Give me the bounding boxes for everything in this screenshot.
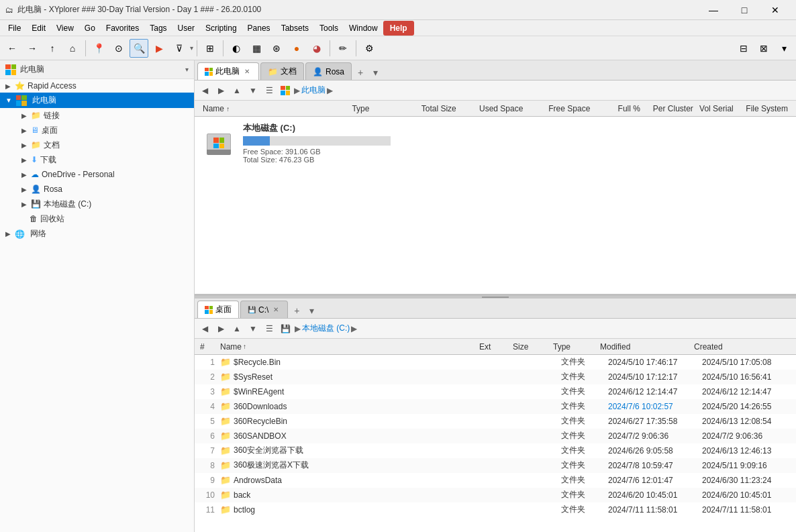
col-full-pct[interactable]: Full %	[615, 103, 650, 115]
chart-button[interactable]: ⊛	[267, 39, 286, 58]
filter-button[interactable]: ⊽	[170, 39, 189, 58]
top-tab-this-pc-close[interactable]: ✕	[242, 67, 252, 76]
col-ext-bottom[interactable]: Ext	[477, 342, 510, 352]
sidebar-item-recycle[interactable]: 🗑 回收站	[0, 211, 194, 226]
bottom-tab-c-close[interactable]: ✕	[271, 305, 281, 315]
pie-button[interactable]: ◕	[307, 39, 326, 58]
top-tab-dropdown-button[interactable]: ▾	[368, 65, 383, 80]
col-name[interactable]: Name ↑	[200, 103, 349, 115]
find-button[interactable]: 🔍	[130, 39, 148, 58]
bottom-tab-add-button[interactable]: +	[289, 303, 304, 318]
table-row[interactable]: 8 📁 360极速浏览器X下载 文件夹 2024/7/8 10:59:47 20…	[195, 458, 796, 473]
top-back-button[interactable]: ◀	[197, 83, 212, 98]
col-type-bottom[interactable]: Type	[550, 342, 597, 352]
top-tab-documents[interactable]: 📁 文档	[260, 62, 304, 80]
grid-button[interactable]: ▦	[247, 39, 266, 58]
table-row[interactable]: 5 📁 360RecycleBin 文件夹 2024/6/27 17:35:58…	[195, 414, 796, 429]
menu-window[interactable]: Window	[344, 22, 383, 34]
bottom-back-button[interactable]: ◀	[197, 321, 212, 336]
dropdown-arrow[interactable]: ▾	[775, 39, 793, 58]
top-forward-button[interactable]: ▶	[213, 83, 228, 98]
sidebar-item-onedrive[interactable]: ▶ ☁ OneDrive - Personal	[0, 167, 194, 182]
location-button[interactable]: 📍	[89, 39, 108, 58]
top-up-button[interactable]: ▲	[230, 83, 244, 98]
bottom-up-button[interactable]: ▲	[230, 321, 244, 336]
theme-button[interactable]: ◐	[227, 39, 246, 58]
table-row[interactable]: 1 📁 $Recycle.Bin 文件夹 2024/5/10 17:46:17 …	[195, 355, 796, 370]
copy-path-button[interactable]: ⊟	[734, 39, 753, 58]
pencil-button[interactable]: ✏	[334, 39, 352, 58]
top-tab-rosa[interactable]: 👤 Rosa	[305, 62, 352, 80]
menu-favorites[interactable]: Favorites	[101, 22, 144, 34]
menu-edit[interactable]: Edit	[26, 22, 51, 34]
dual-pane-button[interactable]: ⊞	[201, 39, 219, 58]
col-size-bottom[interactable]: Size	[510, 342, 550, 352]
sidebar-item-downloads[interactable]: ▶ ⬇ 下载	[0, 152, 194, 167]
settings-button[interactable]: ⚙	[360, 39, 379, 58]
col-used-space[interactable]: Used Space	[477, 103, 546, 115]
sidebar-item-rapid-access[interactable]: ▶ ⭐ Rapid Access	[0, 79, 194, 93]
top-nav-path-segment[interactable]: 此电脑	[301, 85, 326, 96]
table-row[interactable]: 10 📁 back 文件夹 2024/6/20 10:45:01 2024/6/…	[195, 488, 796, 502]
table-row[interactable]: 4 📁 360Downloads 文件夹 2024/7/6 10:02:57 2…	[195, 399, 796, 414]
col-modified-bottom[interactable]: Modified	[597, 342, 691, 352]
info-button[interactable]: ⊠	[754, 39, 773, 58]
circular-button[interactable]: ⊙	[109, 39, 128, 58]
menu-panes[interactable]: Panes	[242, 22, 276, 34]
col-per-cluster[interactable]: Per Cluster	[650, 103, 697, 115]
top-tab-add-button[interactable]: +	[353, 65, 368, 80]
menu-user[interactable]: User	[172, 22, 200, 34]
back-button[interactable]: ←	[3, 39, 21, 58]
sidebar-dropdown-arrow[interactable]: ▾	[185, 66, 189, 73]
col-num[interactable]: #	[197, 342, 217, 352]
bottom-menu-button[interactable]: ☰	[262, 321, 277, 336]
table-row[interactable]: 11 📁 bctlog 文件夹 2024/7/11 11:58:01 2024/…	[195, 502, 796, 517]
bottom-down-button[interactable]: ▼	[246, 321, 260, 336]
menu-go[interactable]: Go	[79, 22, 101, 34]
bottom-tab-c[interactable]: 💾 C:\ ✕	[240, 301, 288, 318]
filter-dropdown[interactable]: ▾	[190, 44, 193, 52]
top-down-button[interactable]: ▼	[246, 83, 260, 98]
sidebar-item-documents[interactable]: ▶ 📁 文档	[0, 138, 194, 152]
menu-scripting[interactable]: Scripting	[200, 22, 242, 34]
col-name-bottom[interactable]: Name ↑	[217, 342, 477, 352]
arrow-button[interactable]: ▶	[150, 39, 168, 58]
col-vol-serial[interactable]: Vol Serial	[697, 103, 743, 115]
col-type[interactable]: Type	[349, 103, 418, 115]
maximize-button[interactable]: □	[729, 0, 760, 20]
bottom-nav-path-segment[interactable]: 本地磁盘 (C:)	[302, 323, 350, 334]
ball-button[interactable]: ●	[287, 39, 306, 58]
forward-button[interactable]: →	[23, 39, 42, 58]
table-row[interactable]: 7 📁 360安全浏览器下载 文件夹 2024/6/26 9:05:58 202…	[195, 443, 796, 458]
minimize-button[interactable]: —	[698, 0, 729, 20]
sidebar-item-desktop[interactable]: ▶ 🖥 桌面	[0, 123, 194, 138]
sidebar-item-links[interactable]: ▶ 📁 链接	[0, 108, 194, 123]
menu-file[interactable]: File	[3, 22, 26, 34]
bottom-tab-desktop[interactable]: 桌面	[197, 301, 239, 318]
top-tab-this-pc[interactable]: 此电脑 ✕	[197, 62, 259, 80]
bottom-forward-button[interactable]: ▶	[213, 321, 228, 336]
menu-tools[interactable]: Tools	[314, 22, 344, 34]
menu-help[interactable]: Help	[383, 21, 414, 36]
menu-view[interactable]: View	[51, 22, 79, 34]
bottom-tab-dropdown-button[interactable]: ▾	[304, 303, 319, 318]
close-button[interactable]: ✕	[760, 0, 791, 20]
sidebar-item-this-pc[interactable]: ▼ 此电脑	[0, 93, 194, 108]
col-file-system[interactable]: File System	[743, 103, 791, 115]
top-menu-button[interactable]: ☰	[262, 83, 277, 98]
menu-tabsets[interactable]: Tabsets	[276, 22, 314, 34]
col-created-bottom[interactable]: Created	[691, 342, 785, 352]
col-total-size[interactable]: Total Size	[419, 103, 477, 115]
menu-tags[interactable]: Tags	[144, 22, 172, 34]
home-button[interactable]: ⌂	[63, 39, 82, 58]
drive-entry-c[interactable]: 本地磁盘 (C:) Free Space: 391.06 GB Total Si…	[195, 117, 796, 169]
col-free-space[interactable]: Free Space	[546, 103, 615, 115]
sidebar-item-local-disk[interactable]: ▶ 💾 本地磁盘 (C:)	[0, 197, 194, 211]
table-row[interactable]: 6 📁 360SANDBOX 文件夹 2024/7/2 9:06:36 2024…	[195, 429, 796, 443]
sidebar-item-network[interactable]: ▶ 🌐 网络	[0, 226, 194, 242]
sidebar-item-rosa[interactable]: ▶ 👤 Rosa	[0, 182, 194, 197]
table-row[interactable]: 9 📁 AndrowsData 文件夹 2024/7/6 12:01:47 20…	[195, 473, 796, 488]
table-row[interactable]: 3 📁 $WinREAgent 文件夹 2024/6/12 12:14:47 2…	[195, 384, 796, 399]
table-row[interactable]: 2 📁 $SysReset 文件夹 2024/5/10 17:12:17 202…	[195, 370, 796, 384]
up-button[interactable]: ↑	[43, 39, 62, 58]
